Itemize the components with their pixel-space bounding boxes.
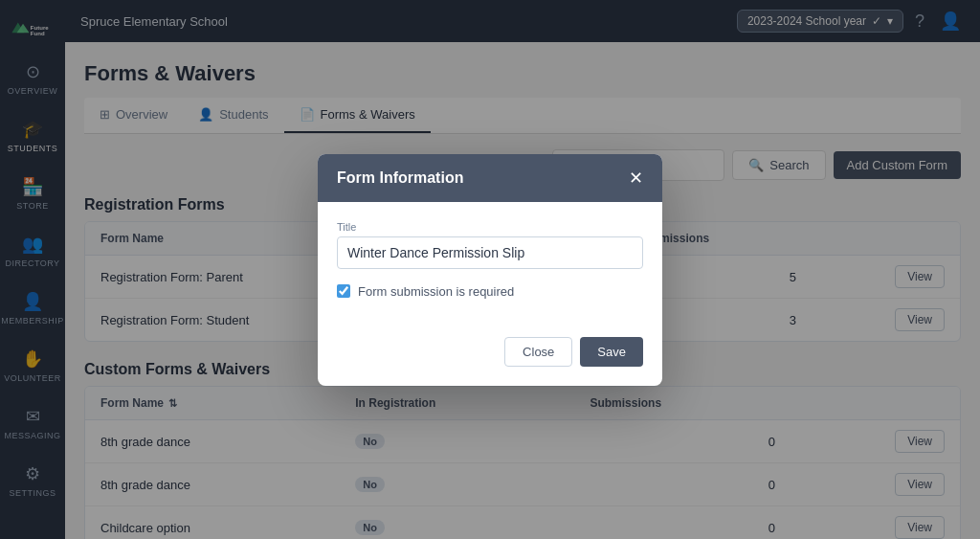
form-information-modal: Form Information ✕ Title Form submission… <box>318 154 662 386</box>
modal-footer: Close Save <box>318 337 662 386</box>
title-label: Title <box>337 221 643 233</box>
required-checkbox[interactable] <box>337 284 350 298</box>
modal-title: Form Information <box>337 169 463 187</box>
modal-close-button[interactable]: ✕ <box>629 168 643 189</box>
checkbox-row: Form submission is required <box>337 284 643 299</box>
title-field-group: Title <box>337 221 643 269</box>
required-label: Form submission is required <box>358 284 514 299</box>
modal-body: Title Form submission is required <box>318 202 662 337</box>
close-button[interactable]: Close <box>504 337 572 367</box>
modal-header: Form Information ✕ <box>318 154 662 202</box>
title-input[interactable] <box>337 236 643 269</box>
modal-overlay[interactable]: Form Information ✕ Title Form submission… <box>0 0 980 539</box>
save-button[interactable]: Save <box>580 337 643 367</box>
